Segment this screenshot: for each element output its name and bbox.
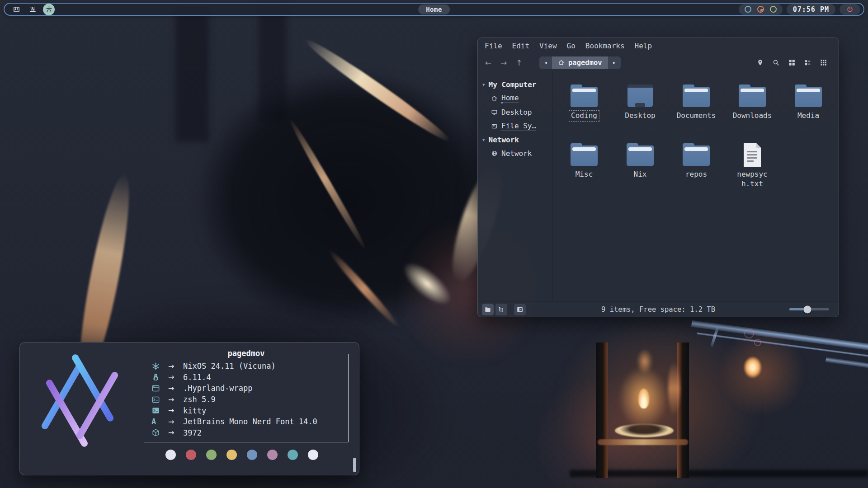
sidebar-section-my-computer[interactable]: ▾ My Computer (478, 78, 552, 91)
sidebar-section-label: My Computer (489, 80, 537, 89)
file-manager-body: ▾ My Computer Home Desktop File Sy… ▾ Ne… (478, 72, 839, 301)
workspace-switcher (5, 4, 55, 15)
file-item-media[interactable]: Media (780, 84, 836, 121)
window-icon (151, 384, 162, 393)
directory-tree-button[interactable] (495, 304, 507, 315)
back-button[interactable]: ← (482, 57, 494, 69)
wallpaper-lantern (596, 343, 608, 478)
tray-indicator-1-icon[interactable] (745, 6, 751, 13)
file-item-documents[interactable]: Documents (668, 84, 724, 121)
arrow-icon: → (168, 384, 180, 393)
fetch-line-shell: → zsh 5.9 (151, 394, 348, 405)
fetch-hostname: pagedmov (223, 349, 270, 358)
file-view: Coding Desktop Documents Downloads Media (553, 72, 839, 301)
terminal-scrollbar[interactable] (353, 458, 356, 472)
file-item-misc[interactable]: Misc (556, 142, 612, 189)
palette-dot (288, 450, 298, 460)
palette-dot (186, 450, 196, 460)
file-item-newpsych-txt[interactable]: newpsych.txt (724, 142, 780, 189)
file-manager-window: File Edit View Go Bookmarks Help ← → ↑ ◂… (477, 38, 839, 317)
file-label: repos (684, 170, 708, 179)
zoom-slider[interactable] (789, 308, 829, 310)
zoom-slider-knob[interactable] (803, 305, 811, 313)
status-text: 9 items, Free space: 1.2 TB (601, 305, 715, 314)
menu-bookmarks[interactable]: Bookmarks (585, 42, 625, 50)
sidebar-item-label: Home (501, 94, 519, 103)
wallpaper-light-streak (826, 357, 868, 371)
menu-go[interactable]: Go (567, 42, 576, 50)
workspace-glyph-four-icon (13, 5, 20, 13)
folder-mini-icon (484, 306, 491, 313)
nixos-logo (33, 354, 126, 447)
tray-indicator-2-fill (760, 9, 763, 12)
workspace-glyph-five-icon (29, 5, 37, 13)
file-item-coding[interactable]: Coding (556, 84, 612, 121)
icon-view-button[interactable] (785, 56, 798, 69)
compact-view-button[interactable] (801, 56, 814, 69)
tux-penguin-icon (151, 373, 162, 381)
workspace-button-6-active[interactable] (43, 4, 55, 15)
file-item-downloads[interactable]: Downloads (724, 84, 780, 121)
file-item-desktop[interactable]: Desktop (612, 84, 668, 121)
menu-bar: File Edit View Go Bookmarks Help (478, 38, 839, 53)
home-icon (558, 59, 565, 66)
workspace-button-4[interactable] (10, 4, 22, 15)
thumbnail-view-button[interactable] (817, 56, 830, 69)
file-label: Documents (675, 111, 717, 121)
location-button[interactable] (754, 56, 766, 69)
file-label: Coding (570, 111, 599, 121)
chevron-down-icon[interactable]: ▾ (482, 82, 485, 88)
path-segment-current[interactable]: pagedmov (552, 56, 608, 69)
toolbar: ← → ↑ ◂ pagedmov ▸ (478, 53, 839, 72)
menu-file[interactable]: File (485, 42, 502, 50)
workspace-glyph-six-icon (45, 5, 53, 13)
palette-dot (247, 450, 257, 460)
file-item-repos[interactable]: repos (668, 142, 724, 189)
grid-large-icon (788, 59, 796, 66)
toolbar-view-buttons (754, 56, 839, 69)
sidebar-item-home[interactable]: Home (478, 91, 552, 105)
fetch-value: zsh 5.9 (183, 395, 216, 404)
path-previous-button[interactable]: ◂ (539, 56, 552, 69)
list-compact-icon (804, 59, 811, 66)
fetch-value: .Hyprland-wrapp (183, 384, 253, 393)
home-icon (491, 95, 498, 102)
workspace-button-5[interactable] (27, 4, 38, 15)
forward-button[interactable]: → (498, 57, 509, 69)
folder-icon (794, 84, 823, 109)
terminal-fetch-widget: pagedmov → NixOS 24.11 (Vicuna) → 6.11.4… (19, 342, 359, 475)
tray-indicator-2-icon[interactable] (757, 6, 764, 13)
file-item-nix[interactable]: Nix (612, 142, 668, 189)
top-bar-right: 07:56 PM (739, 4, 863, 15)
desktop-icon (491, 109, 498, 116)
fetch-value: kitty (183, 406, 206, 415)
text-file-icon (741, 142, 763, 168)
menu-edit[interactable]: Edit (512, 42, 530, 50)
wallpaper-shape (570, 470, 868, 477)
up-button[interactable]: ↑ (513, 57, 525, 69)
path-next-button[interactable]: ▸ (608, 56, 621, 69)
places-pane-button[interactable] (482, 304, 494, 315)
arrow-icon: → (168, 428, 180, 437)
sidebar-item-desktop[interactable]: Desktop (478, 105, 552, 119)
sidebar-item-file-system[interactable]: File Sy… (478, 119, 552, 133)
wallpaper-lantern (598, 439, 688, 445)
chevron-down-icon[interactable]: ▾ (482, 137, 485, 143)
wallpaper-candle-flame (638, 389, 649, 408)
sidebar-section-network[interactable]: ▾ Network (478, 133, 552, 146)
sidebar-item-network[interactable]: Network (478, 146, 552, 160)
pin-icon (756, 59, 764, 66)
tray-indicator-3-icon[interactable] (770, 6, 777, 13)
palette-dot (267, 450, 278, 460)
menu-view[interactable]: View (539, 42, 557, 50)
palette-dot (206, 450, 217, 460)
palette-dot (226, 450, 237, 460)
sidebar-item-label: File Sy… (501, 122, 536, 131)
power-icon (846, 6, 854, 13)
top-bar: Home 07:56 PM (4, 3, 864, 16)
file-label: Misc (574, 170, 594, 179)
toggle-panel-button[interactable] (514, 304, 526, 315)
search-button[interactable] (769, 56, 782, 69)
power-button[interactable] (840, 4, 860, 15)
menu-help[interactable]: Help (635, 42, 652, 50)
